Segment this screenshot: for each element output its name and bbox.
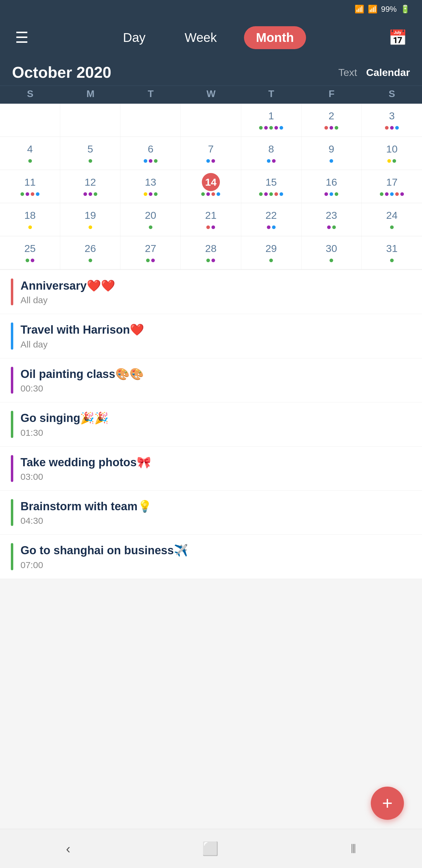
tab-day[interactable]: Day (111, 26, 158, 49)
calendar-day-22[interactable]: 22 (241, 203, 301, 236)
event-item-e1[interactable]: Anniversary❤️❤️All day (0, 270, 422, 314)
calendar-day-6[interactable]: 6 (121, 137, 181, 170)
event-time: 01:30 (21, 428, 411, 438)
day-number-empty: . (81, 107, 99, 125)
event-item-e2[interactable]: Travel with Harrison❤️All day (0, 314, 422, 358)
top-nav: ☰ Day Week Month 📅 (0, 18, 422, 57)
event-content: Oil painting class🎨🎨00:30 (21, 367, 411, 394)
events-section: Anniversary❤️❤️All dayTravel with Harris… (0, 270, 422, 579)
day-dots-29 (269, 258, 273, 262)
dot (267, 225, 270, 229)
home-button[interactable]: ⬜ (184, 835, 237, 863)
calendar-day-13[interactable]: 13 (121, 170, 181, 203)
calendar-day-2[interactable]: 2 (301, 104, 362, 136)
event-item-e7[interactable]: Go to shanghai on business✈️07:00 (0, 535, 422, 579)
dow-mon: M (60, 88, 121, 99)
calendar-day-18[interactable]: 18 (0, 203, 60, 236)
battery-icon: 🔋 (400, 4, 410, 14)
calendar-day-empty: . (121, 104, 181, 136)
calendar-day-14[interactable]: 14 (181, 170, 241, 203)
calendar-day-19[interactable]: 19 (60, 203, 121, 236)
calendar-day-10[interactable]: 10 (362, 137, 422, 170)
back-button[interactable]: ‹ (48, 835, 89, 862)
calendar-day-11[interactable]: 11 (0, 170, 60, 203)
event-item-e3[interactable]: Oil painting class🎨🎨00:30 (0, 358, 422, 402)
month-year-label: October 2020 (12, 63, 111, 82)
calendar-button[interactable]: Calendar (366, 67, 410, 79)
event-time: 00:30 (21, 383, 411, 394)
day-dots-23 (327, 225, 336, 229)
calendar-day-3[interactable]: 3 (362, 104, 422, 136)
dot (395, 192, 399, 196)
calendar-day-30[interactable]: 30 (301, 236, 362, 269)
calendar-day-1[interactable]: 1 (241, 104, 301, 136)
event-content: Go singing🎉🎉01:30 (21, 411, 411, 438)
day-dots-2 (324, 126, 338, 130)
calendar-day-31[interactable]: 31 (362, 236, 422, 269)
fab-container: + (371, 786, 404, 820)
calendar-icon[interactable]: 📅 (388, 29, 407, 46)
dot (144, 192, 147, 196)
calendar-day-5[interactable]: 5 (60, 137, 121, 170)
add-event-fab[interactable]: + (371, 786, 404, 820)
calendar-day-8[interactable]: 8 (241, 137, 301, 170)
calendar-day-4[interactable]: 4 (0, 137, 60, 170)
day-number-1: 1 (262, 107, 280, 125)
event-title: Brainstorm with team💡 (21, 499, 411, 514)
day-number-20: 20 (141, 206, 160, 224)
calendar-day-20[interactable]: 20 (121, 203, 181, 236)
calendar-day-21[interactable]: 21 (181, 203, 241, 236)
event-title: Oil painting class🎨🎨 (21, 367, 411, 381)
calendar-day-27[interactable]: 27 (121, 236, 181, 269)
event-item-e6[interactable]: Brainstorm with team💡04:30 (0, 491, 422, 535)
calendar-day-26[interactable]: 26 (60, 236, 121, 269)
dot (400, 192, 404, 196)
event-item-e4[interactable]: Go singing🎉🎉01:30 (0, 402, 422, 446)
dot (274, 192, 278, 196)
dot (89, 225, 92, 229)
calendar-day-17[interactable]: 17 (362, 170, 422, 203)
day-number-21: 21 (202, 206, 220, 224)
day-number-8: 8 (262, 140, 280, 158)
calendar-day-15[interactable]: 15 (241, 170, 301, 203)
calendar-day-7[interactable]: 7 (181, 137, 241, 170)
day-number-empty: . (21, 107, 39, 125)
calendar-day-23[interactable]: 23 (301, 203, 362, 236)
dot (31, 258, 34, 262)
menu-icon[interactable]: ☰ (15, 29, 29, 46)
dot (264, 192, 268, 196)
dot (335, 192, 338, 196)
dot (149, 225, 153, 229)
tab-week[interactable]: Week (172, 26, 229, 49)
recent-button[interactable]: ⦀ (332, 835, 374, 862)
event-color-bar (11, 278, 13, 305)
calendar-day-16[interactable]: 16 (301, 170, 362, 203)
dot (332, 225, 336, 229)
calendar-week-3: 11121314151617 (0, 170, 422, 203)
dot (324, 126, 328, 130)
dot (269, 192, 273, 196)
day-number-14: 14 (202, 173, 220, 191)
calendar-day-28[interactable]: 28 (181, 236, 241, 269)
calendar-day-25[interactable]: 25 (0, 236, 60, 269)
tab-month[interactable]: Month (244, 26, 306, 49)
dot (149, 159, 153, 163)
calendar-day-24[interactable]: 24 (362, 203, 422, 236)
dot (264, 126, 268, 130)
event-time: 07:00 (21, 560, 411, 570)
dot (36, 192, 39, 196)
day-dots-9 (329, 159, 333, 163)
calendar-day-29[interactable]: 29 (241, 236, 301, 269)
calendar-day-9[interactable]: 9 (301, 137, 362, 170)
event-color-bar (11, 543, 13, 570)
day-number-9: 9 (322, 140, 340, 158)
text-button[interactable]: Text (338, 67, 357, 79)
dot (387, 159, 391, 163)
calendar-day-12[interactable]: 12 (60, 170, 121, 203)
event-color-bar (11, 367, 13, 394)
day-number-3: 3 (383, 107, 401, 125)
signal-icon: 📶 (368, 4, 378, 14)
dot (94, 192, 97, 196)
event-item-e5[interactable]: Take wedding photos🎀03:00 (0, 447, 422, 491)
event-content: Brainstorm with team💡04:30 (21, 499, 411, 526)
